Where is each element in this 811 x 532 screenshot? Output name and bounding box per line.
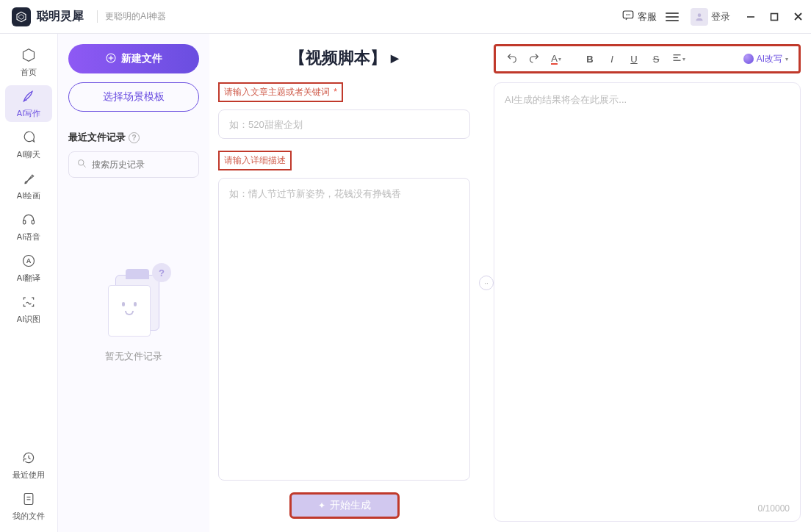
new-file-button[interactable]: 新建文件 <box>68 44 199 73</box>
font-color-button[interactable]: A▾ <box>546 48 566 69</box>
svg-rect-9 <box>24 220 26 223</box>
chat-icon <box>21 130 36 147</box>
generate-button[interactable]: ✦ 开始生成 <box>289 492 400 519</box>
brush-icon <box>21 171 36 188</box>
login-button[interactable]: 登录 <box>691 8 730 26</box>
empty-state-label: 暂无文件记录 <box>105 350 162 363</box>
ai-rewrite-label: AI改写 <box>757 53 782 65</box>
sidebar-item-ai-image[interactable]: AI识图 <box>5 291 52 328</box>
ai-rewrite-button[interactable]: AI改写 ▾ <box>739 53 793 65</box>
sidebar-item-ai-draw[interactable]: AI绘画 <box>5 168 52 204</box>
sidebar-item-label: AI写作 <box>17 108 40 119</box>
sidebar-item-label: AI翻译 <box>17 273 40 284</box>
sidebar-item-label: AI聊天 <box>17 149 40 160</box>
sidebar: 首页 AI写作 AI聊天 AI绘画 AI语音 A AI翻译 AI识图 <box>0 34 58 532</box>
splitter-handle-icon: ·· <box>479 276 494 290</box>
svg-text:A: A <box>26 257 32 265</box>
search-history-input[interactable] <box>92 159 202 170</box>
file-panel: 新建文件 选择场景模板 最近文件记录 ? ? 暂无文件记录 <box>58 34 209 532</box>
sidebar-item-my-files[interactable]: 我的文件 <box>5 488 52 525</box>
redo-button[interactable] <box>524 48 544 69</box>
generate-label: 开始生成 <box>330 499 371 512</box>
svg-rect-10 <box>32 220 34 223</box>
sidebar-item-ai-translate[interactable]: A AI翻译 <box>5 250 52 287</box>
char-counter: 0/10000 <box>758 503 790 514</box>
translate-icon: A <box>21 254 36 270</box>
sidebar-item-home[interactable]: 首页 <box>5 44 52 81</box>
empty-state: ? 暂无文件记录 <box>68 266 199 363</box>
undo-button[interactable] <box>502 48 522 69</box>
underline-icon: U <box>630 54 637 65</box>
italic-icon: I <box>610 54 613 65</box>
svg-point-3 <box>630 14 631 15</box>
sidebar-item-ai-audio[interactable]: AI语音 <box>5 209 52 245</box>
description-field-label: 请输入详细描述 <box>218 151 292 170</box>
choose-template-button[interactable]: 选择场景模板 <box>68 82 199 112</box>
font-color-icon: A <box>551 54 558 65</box>
file-icon <box>21 492 36 508</box>
title-bar: 聪明灵犀 更聪明的AI神器 客服 登录 <box>0 0 811 34</box>
result-panel: A▾ B I U S ▾ AI改写 ▾ AI生成的结果将会在此展示... 0/1… <box>494 34 811 532</box>
sparkle-icon: ✦ <box>318 500 325 511</box>
result-output-area[interactable]: AI生成的结果将会在此展示... 0/10000 <box>494 82 801 522</box>
svg-point-4 <box>698 13 702 17</box>
dropdown-triangle-icon: ▶ <box>391 52 399 64</box>
sidebar-item-ai-chat[interactable]: AI聊天 <box>5 126 52 163</box>
window-minimize-button[interactable] <box>740 7 761 27</box>
align-icon <box>671 52 682 65</box>
logo-icon <box>12 7 31 26</box>
customer-service-button[interactable]: 客服 <box>621 9 657 25</box>
svg-rect-13 <box>24 493 33 504</box>
new-file-label: 新建文件 <box>121 52 162 65</box>
svg-point-19 <box>79 160 84 166</box>
window-maximize-button[interactable] <box>764 7 785 27</box>
strikethrough-button[interactable]: S <box>646 48 666 69</box>
pane-splitter[interactable]: ·· <box>479 34 494 532</box>
empty-clipboard-icon: ? <box>101 266 167 339</box>
user-icon <box>691 8 708 26</box>
sidebar-item-label: 我的文件 <box>12 511 45 522</box>
pen-icon <box>21 89 36 106</box>
result-placeholder: AI生成的结果将会在此展示... <box>505 94 627 105</box>
bold-button[interactable]: B <box>580 48 600 69</box>
search-icon <box>76 158 87 171</box>
chevron-down-icon: ▾ <box>682 56 685 62</box>
history-icon <box>21 450 36 467</box>
topic-field-label: 请输入文章主题或者关键词 * <box>218 82 343 102</box>
redo-icon <box>528 52 540 66</box>
bold-icon: B <box>586 54 593 65</box>
sidebar-item-label: 首页 <box>21 67 37 78</box>
align-button[interactable]: ▾ <box>668 48 688 69</box>
sidebar-item-label: AI识图 <box>17 314 40 325</box>
sidebar-item-label: AI绘画 <box>17 190 40 201</box>
menu-icon[interactable] <box>666 12 679 21</box>
sidebar-item-ai-write[interactable]: AI写作 <box>5 85 52 122</box>
login-label: 登录 <box>711 10 730 24</box>
scan-image-icon <box>21 295 36 312</box>
brand-title: 聪明灵犀 <box>37 9 84 24</box>
chevron-down-icon: ▾ <box>785 56 788 62</box>
svg-point-2 <box>627 14 629 15</box>
chat-bubble-icon <box>621 9 635 25</box>
underline-button[interactable]: U <box>624 48 644 69</box>
sidebar-item-recent[interactable]: 最近使用 <box>5 447 52 484</box>
strikethrough-icon: S <box>653 54 660 65</box>
brand-area: 聪明灵犀 更聪明的AI神器 <box>0 7 166 26</box>
window-close-button[interactable] <box>787 7 808 27</box>
topic-input[interactable] <box>218 109 470 139</box>
headphone-icon <box>21 212 36 229</box>
customer-service-label: 客服 <box>638 10 657 24</box>
composer-title-row[interactable]: 【视频脚本】 ▶ <box>218 47 470 69</box>
svg-line-20 <box>83 165 85 167</box>
italic-button[interactable]: I <box>602 48 622 69</box>
choose-template-label: 选择场景模板 <box>103 90 165 104</box>
help-icon[interactable]: ? <box>129 132 140 143</box>
search-history-field[interactable] <box>68 151 199 178</box>
sidebar-item-label: AI语音 <box>17 231 40 242</box>
plus-icon <box>105 52 117 66</box>
ai-rewrite-icon <box>743 54 754 64</box>
chevron-down-icon: ▾ <box>558 56 561 62</box>
composer-panel: 【视频脚本】 ▶ 请输入文章主题或者关键词 * 请输入详细描述 ✦ 开始生成 <box>209 34 479 532</box>
description-textarea[interactable] <box>218 178 470 481</box>
sidebar-item-label: 最近使用 <box>12 470 45 481</box>
